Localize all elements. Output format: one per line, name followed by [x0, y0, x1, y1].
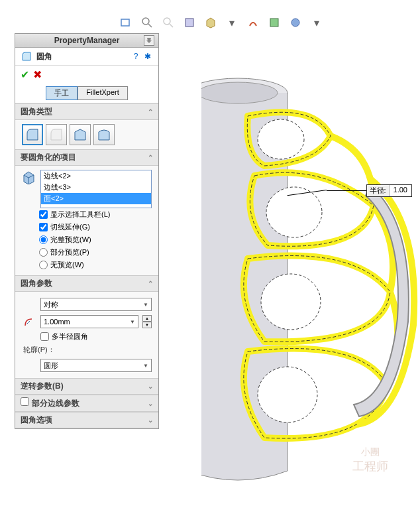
- items-body: 边线<2> 边线<3> 面<2> 显示选择工具栏(L) 切线延伸(G) 完整预览…: [15, 166, 158, 275]
- checkbox-label: 切线延伸(G): [50, 222, 90, 232]
- settings-icon[interactable]: ▾: [310, 16, 323, 29]
- svg-point-12: [201, 82, 278, 103]
- section-label: 圆角参数: [21, 278, 52, 289]
- property-manager-panel: PropertyManager 圆角 ? ✱ ✔ ✖ 手工 FilletXper…: [15, 33, 159, 429]
- multi-radius-checkbox[interactable]: [40, 332, 49, 341]
- section-options[interactable]: 圆角选项 ⌄: [15, 412, 158, 428]
- section-fillet-type[interactable]: 圆角类型 ⌃: [15, 103, 158, 120]
- partial-preview-radio[interactable]: [39, 248, 48, 257]
- chevron-up-icon: ⌃: [148, 154, 153, 161]
- ok-button[interactable]: ✔: [21, 68, 29, 81]
- edge-selection-icon: [22, 170, 36, 184]
- chevron-down-icon: ▼: [130, 319, 135, 325]
- profile-label: 轮廓(P)：: [22, 343, 152, 357]
- list-item[interactable]: 面<2>: [41, 193, 151, 204]
- svg-line-2: [148, 24, 152, 27]
- chevron-down-icon: ⌄: [148, 383, 153, 390]
- feature-title-row: 圆角 ? ✱: [15, 48, 158, 66]
- svg-line-4: [170, 24, 173, 27]
- checkbox-label: 显示选择工具栏(L): [50, 210, 110, 220]
- svg-point-7: [291, 19, 299, 27]
- callout-value[interactable]: 1.00: [390, 185, 411, 196]
- radius-input[interactable]: 1.00mm▼: [40, 315, 138, 328]
- selection-listbox[interactable]: 边线<2> 边线<3> 面<2>: [40, 170, 152, 208]
- appearance-icon[interactable]: [289, 16, 302, 29]
- display-style-icon[interactable]: ▾: [225, 16, 238, 29]
- tab-manual[interactable]: 手工: [46, 86, 78, 100]
- full-round-icon[interactable]: [93, 124, 115, 145]
- no-preview-radio[interactable]: [39, 261, 48, 269]
- chevron-down-icon: ▼: [143, 363, 148, 369]
- svg-point-1: [142, 18, 149, 25]
- section-label: 圆角类型: [21, 106, 52, 117]
- svg-rect-0: [121, 19, 129, 26]
- section-partial-edge[interactable]: 部分边线参数 ⌄: [15, 395, 158, 412]
- radius-icon: [22, 314, 36, 329]
- radio-label: 部分预览(P): [50, 247, 89, 257]
- svg-point-15: [261, 274, 321, 330]
- confirm-row: ✔ ✖: [15, 66, 158, 84]
- panel-header: PropertyManager: [15, 34, 158, 48]
- show-toolbar-checkbox[interactable]: [39, 210, 48, 219]
- tab-filletxpert[interactable]: FilletXpert: [78, 86, 128, 100]
- constant-radius-icon[interactable]: [22, 124, 43, 145]
- chevron-up-icon: ⌃: [148, 280, 153, 287]
- zoom-area-icon[interactable]: [140, 16, 154, 29]
- svg-rect-5: [185, 19, 193, 27]
- feature-name: 圆角: [36, 51, 127, 62]
- heads-up-toolbar: ▾ ▾: [119, 16, 323, 29]
- chevron-down-icon: ▼: [143, 302, 148, 308]
- zoom-fit-icon[interactable]: [119, 16, 132, 29]
- face-fillet-icon[interactable]: [70, 124, 91, 145]
- section-label: 要圆角化的项目: [21, 152, 76, 163]
- list-item[interactable]: 边线<3>: [41, 182, 151, 193]
- spin-up-button[interactable]: ▲: [142, 315, 152, 322]
- profile-dropdown[interactable]: 圆形▼: [40, 359, 152, 372]
- blank-icon: [22, 358, 36, 373]
- symmetry-dropdown[interactable]: 对称▼: [40, 298, 152, 311]
- svg-rect-6: [270, 19, 278, 27]
- partial-edge-checkbox[interactable]: [21, 397, 29, 406]
- full-preview-radio[interactable]: [39, 235, 48, 244]
- graphics-viewport[interactable]: [201, 46, 400, 471]
- blank-icon: [22, 297, 36, 312]
- radius-callout[interactable]: 半径: 1.00: [327, 184, 412, 197]
- checkbox-label: 多半径圆角: [52, 332, 88, 342]
- hide-show-icon[interactable]: [246, 16, 260, 29]
- svg-point-16: [258, 367, 317, 422]
- params-body: 对称▼ 1.00mm▼ ▲▼ 多半径圆角 轮廓(P)： 圆形▼: [15, 292, 158, 378]
- watermark: 小團 工程师: [341, 430, 400, 490]
- radio-label: 完整预览(W): [50, 235, 91, 245]
- chevron-down-icon: ⌄: [148, 400, 153, 407]
- section-label: 圆角选项: [21, 414, 52, 426]
- list-item[interactable]: 边线<2>: [41, 170, 151, 182]
- section-params[interactable]: 圆角参数 ⌃: [15, 275, 158, 292]
- radio-label: 无预览(W): [50, 260, 84, 270]
- scene-icon[interactable]: [268, 16, 281, 29]
- mode-tabs: 手工 FilletXpert: [15, 84, 158, 103]
- tangent-checkbox[interactable]: [39, 223, 48, 231]
- chevron-up-icon: ⌃: [148, 108, 153, 115]
- section-label: 部分边线参数: [32, 399, 79, 408]
- spin-down-button[interactable]: ▼: [142, 322, 152, 328]
- chevron-down-icon: ⌄: [148, 416, 153, 424]
- section-reverse[interactable]: 逆转参数(B) ⌄: [15, 378, 158, 395]
- svg-point-3: [164, 18, 170, 25]
- cancel-button[interactable]: ✖: [33, 68, 42, 81]
- svg-point-13: [258, 119, 304, 159]
- variable-radius-icon[interactable]: [46, 124, 67, 145]
- section-view-icon[interactable]: [183, 16, 196, 29]
- panel-title: PropertyManager: [54, 36, 120, 45]
- keep-visible-icon[interactable]: ✱: [142, 51, 153, 62]
- previous-view-icon[interactable]: [162, 16, 175, 29]
- pin-button[interactable]: [144, 35, 154, 46]
- section-items[interactable]: 要圆角化的项目 ⌃: [15, 149, 158, 166]
- callout-label: 半径:: [367, 185, 390, 196]
- fillet-type-body: [15, 120, 158, 149]
- help-icon[interactable]: ?: [131, 51, 141, 62]
- fillet-icon: [21, 50, 32, 62]
- view-orientation-icon[interactable]: [204, 16, 217, 29]
- section-label: 逆转参数(B): [21, 381, 64, 392]
